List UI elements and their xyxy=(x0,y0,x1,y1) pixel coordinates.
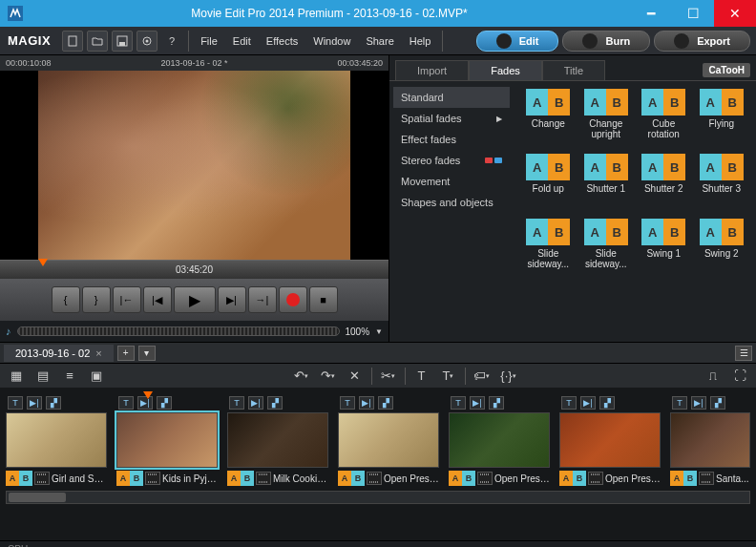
category-item[interactable]: Shapes and objects xyxy=(393,192,510,213)
close-tab-icon[interactable]: × xyxy=(95,347,101,359)
title-marker-icon[interactable]: T xyxy=(229,396,244,410)
catooh-button[interactable]: CaTooH xyxy=(703,63,750,77)
transition-marker-icon[interactable]: ▶| xyxy=(470,396,485,410)
timeline-playhead-icon[interactable] xyxy=(143,391,153,399)
range-start-button[interactable]: { xyxy=(52,286,80,313)
edit-mode-button[interactable]: Edit xyxy=(476,31,559,52)
burn-mode-button[interactable]: Burn xyxy=(562,31,650,52)
save-icon[interactable] xyxy=(112,31,133,52)
tab-fades[interactable]: Fades xyxy=(469,60,542,80)
preview-ruler[interactable]: 03:45:20 xyxy=(0,260,388,279)
transition-item[interactable]: ABSlide sideway... xyxy=(521,219,576,278)
transition-item[interactable]: ABChange upright xyxy=(579,89,634,148)
storyboard-view-button[interactable]: ▦ xyxy=(6,367,27,386)
transition-item[interactable]: ABSwing 1 xyxy=(637,219,691,278)
menu-share[interactable]: Share xyxy=(358,35,401,47)
go-start-button[interactable]: |◀ xyxy=(143,286,172,313)
transition-item[interactable]: ABShutter 3 xyxy=(695,154,749,213)
zoom-dropdown-icon[interactable]: ▼ xyxy=(375,327,383,336)
transition-marker-icon[interactable]: ▶| xyxy=(580,396,596,410)
undo-button[interactable]: ↶▾ xyxy=(291,367,312,386)
menu-file[interactable]: File xyxy=(193,35,225,47)
transition-item[interactable]: ABChange xyxy=(521,89,576,148)
ab-transition-icon[interactable]: AB xyxy=(116,471,143,486)
transition-item[interactable]: ABFlying xyxy=(695,89,749,148)
range-end-button[interactable]: } xyxy=(82,286,111,313)
panel-menu-button[interactable]: ☰ xyxy=(735,346,752,361)
effect-marker-icon[interactable]: ▞ xyxy=(267,396,283,410)
list-view-button[interactable]: ≡ xyxy=(59,367,80,386)
title-button[interactable]: T xyxy=(411,367,432,386)
timeline-clip[interactable]: T ▶| ▞ AB Girl and Sant... xyxy=(6,395,107,487)
tab-title[interactable]: Title xyxy=(542,60,605,80)
timeline-clip[interactable]: T ▶| ▞ AB Kids in Pyjam... xyxy=(116,395,218,487)
horizontal-scrollbar[interactable] xyxy=(6,491,750,504)
title-marker-icon[interactable]: T xyxy=(451,396,466,410)
stop-button[interactable]: ■ xyxy=(309,286,338,313)
category-item[interactable]: Spatial fades▶ xyxy=(393,108,510,129)
record-button[interactable] xyxy=(279,286,307,313)
transition-marker-icon[interactable]: ▶| xyxy=(359,396,374,410)
go-end-button[interactable]: ▶| xyxy=(218,286,246,313)
timeline-clip[interactable]: T ▶| ▞ AB Open Presents... xyxy=(559,395,661,487)
timeline-clip[interactable]: T ▶| ▞ AB Open Presents... xyxy=(449,395,550,487)
ab-transition-icon[interactable]: AB xyxy=(670,471,697,486)
title-marker-icon[interactable]: T xyxy=(672,396,687,410)
tab-menu-button[interactable]: ▾ xyxy=(138,346,156,361)
audio-icon[interactable]: ♪ xyxy=(6,326,11,337)
transition-item[interactable]: ABSlide sideway... xyxy=(579,219,634,278)
title-marker-icon[interactable]: T xyxy=(340,396,355,410)
mixer-button[interactable]: ⎍ xyxy=(703,367,724,386)
effect-marker-icon[interactable]: ▞ xyxy=(599,396,615,410)
scene-view-button[interactable]: ▤ xyxy=(32,367,53,386)
category-item[interactable]: Stereo fades xyxy=(393,150,510,171)
export-mode-button[interactable]: Export xyxy=(654,31,750,52)
transition-marker-icon[interactable]: ▶| xyxy=(27,396,42,410)
close-button[interactable]: ✕ xyxy=(714,0,756,27)
ab-transition-icon[interactable]: AB xyxy=(559,471,586,486)
category-item[interactable]: Movement xyxy=(393,171,510,192)
transition-item[interactable]: ABSwing 2 xyxy=(695,219,749,278)
timeline-clip[interactable]: T ▶| ▞ AB Santa... xyxy=(670,395,750,487)
menu-help[interactable]: Help xyxy=(402,35,439,47)
title-marker-icon[interactable]: T xyxy=(561,396,577,410)
project-tab[interactable]: 2013-09-16 - 02 × xyxy=(4,345,114,362)
category-item[interactable]: Effect fades xyxy=(393,129,510,150)
settings-icon[interactable] xyxy=(136,31,158,52)
minimize-button[interactable]: ━ xyxy=(630,0,672,27)
next-frame-button[interactable]: →| xyxy=(248,286,277,313)
timeline-clip[interactable]: T ▶| ▞ AB Open Presents... xyxy=(338,395,439,487)
ab-transition-icon[interactable]: AB xyxy=(227,471,254,486)
transition-marker-icon[interactable]: ▶| xyxy=(691,396,706,410)
play-button[interactable]: ▶ xyxy=(174,286,216,313)
effect-marker-icon[interactable]: ▞ xyxy=(46,396,61,410)
effect-marker-icon[interactable]: ▞ xyxy=(378,396,393,410)
transition-item[interactable]: ABShutter 1 xyxy=(579,154,634,213)
ab-transition-icon[interactable]: AB xyxy=(449,471,475,486)
effect-marker-icon[interactable]: ▞ xyxy=(489,396,504,410)
group-button[interactable]: {·}▾ xyxy=(498,367,519,386)
add-tab-button[interactable]: + xyxy=(117,346,135,361)
timeline-clip[interactable]: T ▶| ▞ AB Milk Cookies... xyxy=(227,395,328,487)
ab-transition-icon[interactable]: AB xyxy=(338,471,365,486)
cut-button[interactable]: ✂▾ xyxy=(378,367,399,386)
transition-marker-icon[interactable]: ▶| xyxy=(248,396,263,410)
title-marker-icon[interactable]: T xyxy=(8,396,23,410)
timeline[interactable]: T ▶| ▞ AB Girl and Sant... T ▶| ▞ AB Kid… xyxy=(0,388,756,540)
menu-window[interactable]: Window xyxy=(305,35,358,47)
delete-button[interactable]: ✕ xyxy=(345,367,366,386)
category-item[interactable]: Standard xyxy=(393,87,510,108)
fullscreen-button[interactable]: ⛶ xyxy=(729,367,750,386)
camera-button[interactable]: ▣ xyxy=(86,367,107,386)
tag-button[interactable]: 🏷▾ xyxy=(472,367,493,386)
preview-monitor[interactable] xyxy=(0,71,388,260)
open-icon[interactable] xyxy=(87,31,108,52)
new-icon[interactable] xyxy=(62,31,83,52)
menu-effects[interactable]: Effects xyxy=(259,35,305,47)
maximize-button[interactable]: ☐ xyxy=(672,0,714,27)
help-icon[interactable]: ? xyxy=(161,31,182,52)
playhead-icon[interactable] xyxy=(38,259,48,266)
prev-frame-button[interactable]: |← xyxy=(113,286,141,313)
title-marker-icon[interactable]: T xyxy=(118,396,134,410)
effect-marker-icon[interactable]: ▞ xyxy=(157,396,172,410)
